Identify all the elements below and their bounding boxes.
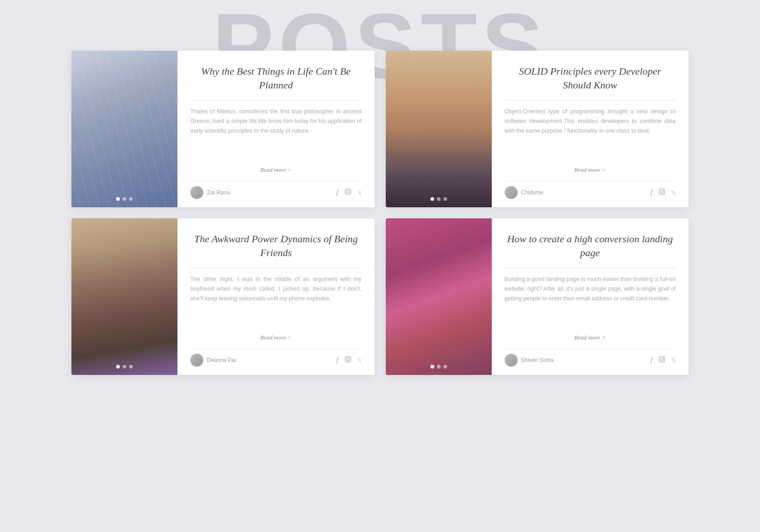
card-4-instagram-icon[interactable] <box>658 356 666 365</box>
dot-1[interactable] <box>116 365 120 368</box>
card-2-dots <box>430 197 447 201</box>
dot-1[interactable] <box>116 197 120 201</box>
card-4-footer: Shiven Sinha 𝕏 <box>505 349 676 367</box>
svg-point-11 <box>663 357 664 358</box>
card-1-social: 𝕏 <box>336 188 362 197</box>
card-1-divider <box>190 100 362 100</box>
card-3-author-name: Deanna Pai <box>207 357 236 363</box>
dot-2[interactable] <box>437 197 441 201</box>
card-4: How to create a high conversion landing … <box>386 218 689 375</box>
card-2-divider <box>505 100 676 100</box>
svg-point-1 <box>347 190 349 193</box>
svg-rect-0 <box>345 189 351 194</box>
svg-point-8 <box>349 357 350 358</box>
dot-2[interactable] <box>437 365 441 368</box>
card-4-title: How to create a high conversion landing … <box>505 232 676 259</box>
dot-1[interactable] <box>430 365 434 368</box>
dot-3[interactable] <box>443 365 447 368</box>
svg-point-10 <box>660 358 663 361</box>
card-1-excerpt: Thales of Miletus, considered the first … <box>190 107 362 160</box>
svg-point-7 <box>347 358 349 361</box>
card-2-excerpt: Object-Oriented type of programming brou… <box>505 107 676 160</box>
card-2-social: 𝕏 <box>650 188 676 197</box>
card-4-social: 𝕏 <box>650 356 676 365</box>
card-4-twitter-icon[interactable]: 𝕏 <box>671 357 676 364</box>
card-1-content: Why the Best Things in Life Can't Be Pla… <box>177 51 375 207</box>
card-3-divider <box>190 268 362 268</box>
card-1-read-more[interactable]: Read more > <box>190 166 362 174</box>
card-1-dots <box>116 197 133 201</box>
dot-2[interactable] <box>123 365 126 368</box>
card-4-content: How to create a high conversion landing … <box>492 218 689 375</box>
card-4-facebook-icon[interactable] <box>650 357 653 364</box>
card-3-dots <box>116 365 133 368</box>
card-3-title: The Awkward Power Dynamics of Being Frie… <box>190 232 362 259</box>
card-4-excerpt: Building a good landing page is much eas… <box>505 275 676 327</box>
card-2-image <box>386 51 492 207</box>
card-2-author-name: Chidume <box>521 189 543 196</box>
card-2-title: SOLID Principles every Developer Should … <box>505 64 676 92</box>
card-3-instagram-icon[interactable] <box>344 356 352 365</box>
card-3-image <box>71 218 177 375</box>
card-1-avatar <box>190 186 203 199</box>
card-2-facebook-icon[interactable] <box>650 189 653 196</box>
card-1-author-name: Zat Rana <box>207 189 230 196</box>
dot-3[interactable] <box>129 197 133 201</box>
card-3-social: 𝕏 <box>336 356 362 365</box>
card-3-read-more[interactable]: Read more > <box>190 334 362 341</box>
card-1-author: Zat Rana <box>190 186 230 199</box>
card-2-read-more[interactable]: Read more > <box>505 166 676 174</box>
card-4-image <box>386 218 492 375</box>
svg-rect-6 <box>345 357 351 362</box>
card-3-excerpt: The other night, I was in the middle of … <box>190 275 362 327</box>
card-1: Why the Best Things in Life Can't Be Pla… <box>71 51 375 207</box>
card-1-facebook-icon[interactable] <box>336 189 339 196</box>
card-2-instagram-icon[interactable] <box>658 188 666 197</box>
card-2-author: Chidume <box>505 186 543 199</box>
card-3: The Awkward Power Dynamics of Being Frie… <box>71 218 375 375</box>
card-2-avatar <box>505 186 518 199</box>
card-3-footer: Deanna Pai 𝕏 <box>190 349 362 367</box>
dot-2[interactable] <box>123 197 126 201</box>
card-3-twitter-icon[interactable]: 𝕏 <box>357 357 362 364</box>
svg-rect-3 <box>659 189 665 194</box>
card-2-footer: Chidume 𝕏 <box>505 181 676 199</box>
card-4-dots <box>430 365 447 368</box>
svg-point-2 <box>349 190 350 191</box>
card-2-twitter-icon[interactable]: 𝕏 <box>671 189 676 196</box>
card-1-twitter-icon[interactable]: 𝕏 <box>357 189 362 196</box>
card-1-title: Why the Best Things in Life Can't Be Pla… <box>190 64 362 92</box>
card-4-divider <box>505 268 676 268</box>
card-4-read-more[interactable]: Read more > <box>505 334 676 341</box>
card-2: SOLID Principles every Developer Should … <box>386 51 689 207</box>
card-2-content: SOLID Principles every Developer Should … <box>492 51 689 207</box>
svg-rect-9 <box>659 357 665 362</box>
card-4-author: Shiven Sinha <box>505 354 554 367</box>
card-3-content: The Awkward Power Dynamics of Being Frie… <box>177 218 375 375</box>
card-3-avatar <box>190 354 203 367</box>
card-4-avatar <box>505 354 518 367</box>
dot-3[interactable] <box>129 365 133 368</box>
card-1-instagram-icon[interactable] <box>344 188 352 197</box>
card-4-author-name: Shiven Sinha <box>521 357 554 363</box>
card-3-author: Deanna Pai <box>190 354 236 367</box>
cards-grid: Why the Best Things in Life Can't Be Pla… <box>0 0 760 403</box>
card-1-image <box>71 51 177 207</box>
svg-point-4 <box>660 190 663 193</box>
card-3-facebook-icon[interactable] <box>336 357 339 364</box>
svg-point-5 <box>663 190 664 191</box>
dot-3[interactable] <box>443 197 447 201</box>
card-1-footer: Zat Rana 𝕏 <box>190 181 362 199</box>
dot-1[interactable] <box>430 197 434 201</box>
